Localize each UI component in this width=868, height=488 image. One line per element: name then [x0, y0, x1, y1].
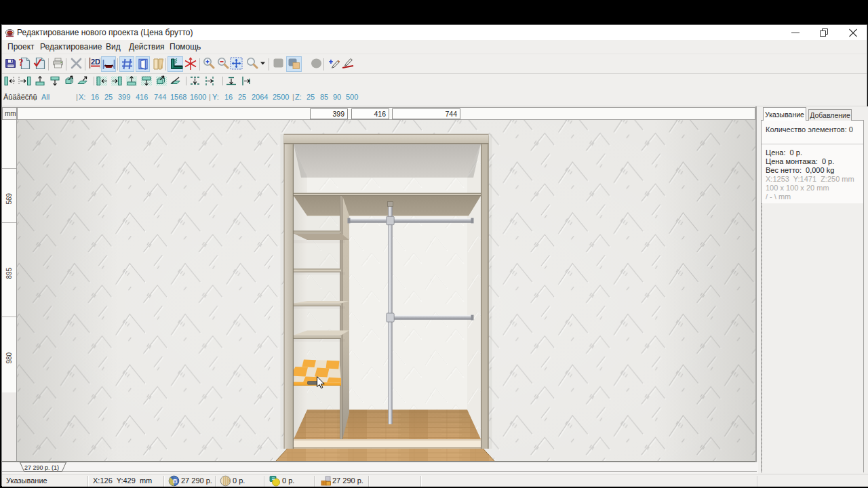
svg-text:B: B — [173, 478, 178, 485]
svg-text:?: ? — [19, 58, 24, 68]
svg-text:2D: 2D — [91, 58, 100, 66]
